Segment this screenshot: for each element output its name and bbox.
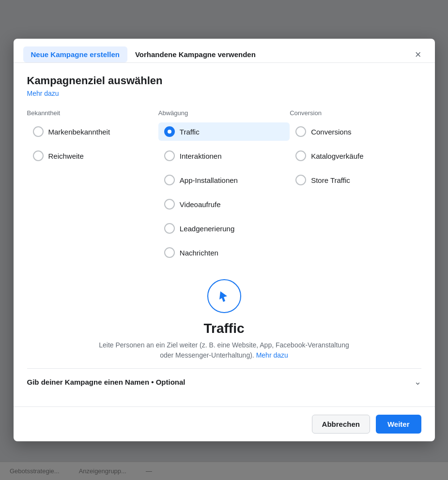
radio-label-leadgenerierung: Leadgenerierung [180,225,234,233]
chevron-down-icon: ⌄ [414,376,421,387]
next-button[interactable]: Weiter [376,415,421,434]
radio-circle-conversions [295,126,306,137]
goals-column-conversion: Conversion Conversions Katalogverkäufe S… [290,109,421,268]
radio-label-traffic: Traffic [180,128,200,136]
modal-body: Kampagnenziel auswählen Mehr dazu Bekann… [14,63,435,406]
radio-label-conversions: Conversions [311,128,351,136]
column-label-conversion: Conversion [290,109,421,117]
goal-title: Traffic [203,321,244,336]
radio-conversions[interactable]: Conversions [290,122,421,141]
modal-tabs: Neue Kampagne erstellen Vorhandene Kampa… [14,39,435,63]
modal-footer: Abbrechen Weiter [14,406,435,441]
tab-existing-campaign[interactable]: Vorhandene Kampagne verwenden [127,46,263,62]
radio-circle-leadgenerierung [164,223,175,234]
goals-column-bekanntheit: Bekanntheit Markenbekanntheit Reichweite [27,109,158,268]
radio-circle-interaktionen [164,150,175,161]
radio-label-videoaufrufe: Videoaufrufe [180,200,221,209]
goals-container: Bekanntheit Markenbekanntheit Reichweite… [27,109,421,268]
campaign-name-label: Gib deiner Kampagne einen Namen • Option… [27,378,185,386]
radio-circle-app-installationen [164,175,175,185]
radio-app-installationen[interactable]: App-Installationen [158,171,290,189]
radio-videoaufrufe[interactable]: Videoaufrufe [158,195,290,213]
radio-label-katalogverkaufe: Katalogverkäufe [311,152,363,160]
radio-reichweite[interactable]: Reichweite [27,147,158,165]
campaign-modal: Neue Kampagne erstellen Vorhandene Kampa… [14,39,435,441]
radio-circle-reichweite [33,150,44,161]
goal-icon-circle [207,279,241,313]
close-button[interactable]: × [411,47,425,62]
tab-new-campaign[interactable]: Neue Kampagne erstellen [23,46,127,62]
column-label-abwagung: Abwägung [158,109,290,117]
section-link[interactable]: Mehr dazu [27,90,59,97]
radio-markenbekanntheit[interactable]: Markenbekanntheit [27,122,158,141]
radio-circle-markenbekanntheit [33,126,44,137]
radio-circle-videoaufrufe [164,199,175,210]
radio-traffic[interactable]: Traffic [158,122,290,141]
radio-circle-nachrichten [164,247,175,258]
radio-label-store-traffic: Store Traffic [311,176,350,184]
campaign-name-section[interactable]: Gib deiner Kampagne einen Namen • Option… [27,368,421,395]
radio-interaktionen[interactable]: Interaktionen [158,147,290,165]
section-title: Kampagnenziel auswählen [27,75,421,87]
radio-label-app-installationen: App-Installationen [180,176,238,184]
radio-katalogverkaufe[interactable]: Katalogverkäufe [290,147,421,165]
radio-circle-traffic [164,126,175,137]
radio-store-traffic[interactable]: Store Traffic [290,171,421,189]
radio-label-interaktionen: Interaktionen [180,152,222,160]
goal-learn-more-link[interactable]: Mehr dazu [256,351,288,359]
radio-circle-store-traffic [295,175,306,185]
radio-label-nachrichten: Nachrichten [180,249,218,257]
goal-description: Leite Personen an ein Ziel weiter (z. B.… [98,340,350,360]
selected-goal-section: Traffic Leite Personen an ein Ziel weite… [27,279,421,360]
column-label-bekanntheit: Bekanntheit [27,109,158,117]
radio-leadgenerierung[interactable]: Leadgenerierung [158,219,290,238]
cancel-button[interactable]: Abbrechen [312,415,370,434]
radio-nachrichten[interactable]: Nachrichten [158,243,290,262]
goals-column-abwagung: Abwägung Traffic Interaktionen App-Insta… [158,109,290,268]
radio-label-markenbekanntheit: Markenbekanntheit [48,128,110,136]
cursor-icon [216,288,232,304]
radio-label-reichweite: Reichweite [48,152,84,160]
radio-circle-katalogverkaufe [295,150,306,161]
